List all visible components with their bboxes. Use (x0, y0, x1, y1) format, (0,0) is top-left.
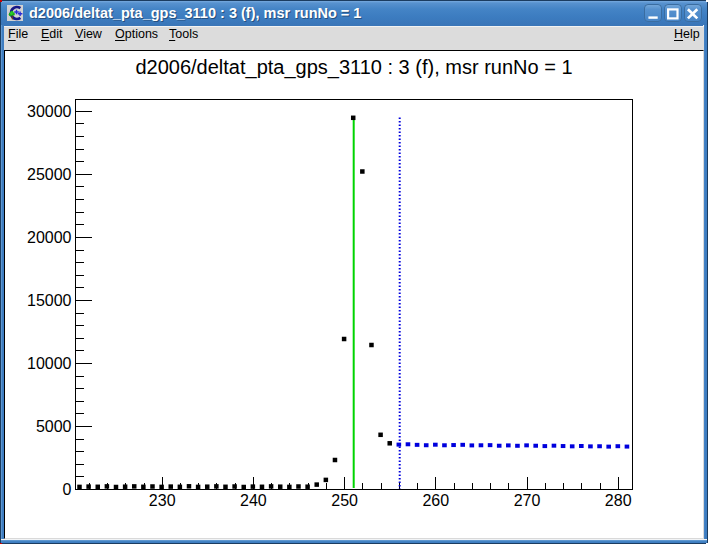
svg-text:250: 250 (331, 492, 358, 509)
svg-text:5000: 5000 (36, 418, 72, 435)
svg-text:260: 260 (422, 492, 449, 509)
svg-text:240: 240 (240, 492, 267, 509)
svg-text:230: 230 (149, 492, 176, 509)
svg-text:280: 280 (605, 492, 632, 509)
svg-text:25000: 25000 (27, 166, 72, 183)
svg-text:20000: 20000 (27, 229, 72, 246)
svg-text:d2006/deltat_pta_gps_3110 : 3: d2006/deltat_pta_gps_3110 : 3 (f), msr r… (135, 56, 572, 79)
svg-text:270: 270 (514, 492, 541, 509)
svg-text:30000: 30000 (27, 103, 72, 120)
svg-text:0: 0 (63, 481, 72, 498)
svg-text:15000: 15000 (27, 292, 72, 309)
svg-text:10000: 10000 (27, 355, 72, 372)
